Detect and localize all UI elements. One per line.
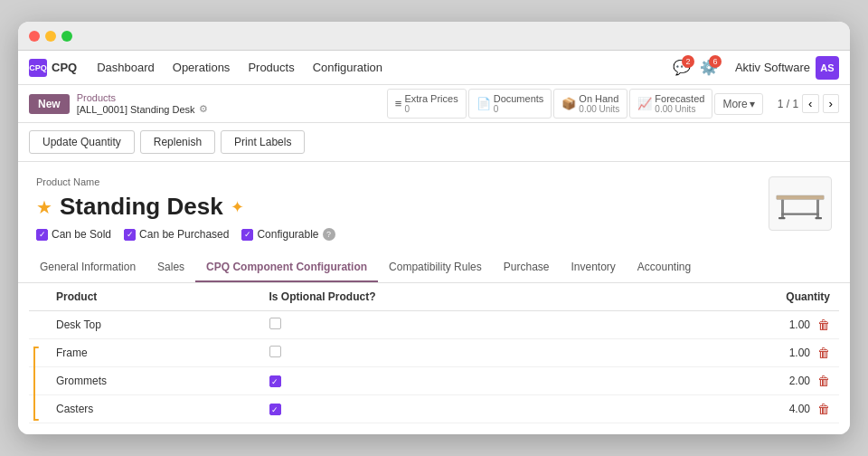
close-button[interactable] [29,31,40,42]
prev-page-btn[interactable]: ‹ [802,94,818,113]
tab-purchase[interactable]: Purchase [493,253,561,282]
chart-icon: 📈 [637,97,652,110]
table-row: Grommets ✓ 2.00 🗑 [29,367,839,395]
tab-general[interactable]: General Information [29,253,146,282]
checkboxes-row: ✓ Can be Sold ✓ Can be Purchased ✓ Confi… [36,228,335,241]
breadcrumb: Products [ALL_0001] Standing Desk ⚙ [77,92,208,115]
print-labels-button[interactable]: Print Labels [221,130,305,154]
star-icon[interactable]: ★ [36,196,52,218]
can-be-purchased-checkbox[interactable]: ✓ [124,229,136,241]
delete-icon[interactable]: 🗑 [817,346,830,360]
breadcrumb-bar: New Products [ALL_0001] Standing Desk ⚙ … [18,85,850,123]
optional-cell [260,311,647,339]
tabs-bar: General Information Sales CPQ Component … [18,253,850,283]
tab-accounting[interactable]: Accounting [627,253,702,282]
help-icon[interactable]: ? [323,228,335,241]
configurable-label: Configurable [257,228,318,241]
extra-prices-label: Extra Prices [404,93,458,104]
document-icon: 📄 [476,97,491,110]
on-hand-btn[interactable]: 📦 On Hand 0.00 Units [553,89,627,119]
list-icon: ≡ [395,97,402,110]
notifications-count: 2 [682,55,694,68]
product-name-label: Product Name [36,176,335,187]
quantity-cell: 1.00 🗑 [646,311,839,339]
product-image [769,176,832,231]
can-be-purchased-check[interactable]: ✓ Can be Purchased [124,228,229,241]
product-title[interactable]: Standing Desk [60,193,223,221]
svg-rect-4 [778,217,786,219]
optional-checkbox[interactable] [269,346,281,357]
svg-rect-5 [816,217,823,219]
action-bar: Update Quantity Replenish Print Labels [18,123,850,162]
delete-icon[interactable]: 🗑 [817,318,830,332]
user-info[interactable]: Aktiv Software AS [735,56,839,80]
sparkle-decoration: ✦ [231,197,244,217]
nav-icons: 💬 2 ⚙️ 6 Aktiv Software AS [672,56,839,80]
delete-icon[interactable]: 🗑 [817,402,830,416]
extra-prices-btn[interactable]: ≡ Extra Prices 0 [387,89,467,119]
quantity-cell: 1.00 🗑 [646,339,839,367]
minimize-button[interactable] [45,31,56,42]
quantity-value: 2.00 [789,375,810,387]
cpq-label: CPQ [52,61,77,74]
tab-inventory[interactable]: Inventory [560,253,626,282]
product-title-row: ★ Standing Desk ✦ [36,193,335,221]
nav-dashboard[interactable]: Dashboard [88,51,164,85]
tab-sales[interactable]: Sales [146,253,195,282]
settings-badge[interactable]: ⚙️ 6 [699,58,719,78]
breadcrumb-current-text: [ALL_0001] Standing Desk [77,104,195,115]
table-row: Frame 1.00 🗑 [29,339,839,367]
breadcrumb-current: [ALL_0001] Standing Desk ⚙ [77,103,208,115]
update-quantity-button[interactable]: Update Quantity [29,130,135,154]
new-button[interactable]: New [29,94,70,114]
replenish-button[interactable]: Replenish [140,130,215,154]
breadcrumb-parent[interactable]: Products [77,92,208,103]
nav-products[interactable]: Products [239,51,303,85]
titlebar [18,22,850,51]
next-page-btn[interactable]: › [823,94,839,113]
more-button[interactable]: More ▾ [714,93,762,115]
documents-btn[interactable]: 📄 Documents 0 [468,89,552,119]
extra-prices-count: 0 [404,104,458,114]
optional-checkbox[interactable]: ✓ [269,404,281,415]
table-row: Desk Top 1.00 🗑 [29,311,839,339]
nav-configuration[interactable]: Configuration [304,51,392,85]
svg-rect-0 [777,195,825,200]
quantity-cell: 4.00 🗑 [646,395,839,423]
can-be-sold-check[interactable]: ✓ Can be Sold [36,228,111,241]
box-icon: 📦 [561,97,576,110]
configurable-checkbox[interactable]: ✓ [241,229,253,241]
product-name-cell: Grommets [47,367,260,395]
can-be-sold-label: Can be Sold [52,228,111,241]
optional-checkbox[interactable] [269,318,281,329]
bracket-svg [31,338,42,429]
configurable-check[interactable]: ✓ Configurable ? [241,228,335,241]
on-hand-label: On Hand [579,93,619,104]
user-avatar: AS [816,56,839,80]
nav-operations[interactable]: Operations [164,51,240,85]
pagination-text: 1 / 1 [778,98,798,110]
svg-rect-2 [816,200,819,219]
optional-checkbox[interactable]: ✓ [269,375,281,387]
components-table: Product Is Optional Product? Quantity De… [29,283,839,423]
pagination: 1 / 1 ‹ › [778,94,839,113]
settings-count: 6 [709,55,722,68]
desk-svg [773,181,827,226]
notifications-badge[interactable]: 💬 2 [672,58,692,78]
app-content: CPQ CPQ Dashboard Operations Products Co… [18,51,850,434]
chevron-down-icon: ▾ [750,98,755,110]
svg-rect-1 [781,200,784,219]
can-be-sold-checkbox[interactable]: ✓ [36,229,48,241]
settings-icon[interactable]: ⚙ [199,103,208,115]
cpq-logo: CPQ CPQ [29,59,77,77]
product-name-cell: Frame [47,339,260,367]
more-label: More [722,98,747,110]
forecasted-btn[interactable]: 📈 Forecasted 0.00 Units [629,89,712,119]
forecasted-label: Forecasted [655,93,704,104]
tab-compatibility[interactable]: Compatibility Rules [378,253,493,282]
delete-icon[interactable]: 🗑 [817,374,830,388]
maximize-button[interactable] [61,31,72,42]
svg-rect-3 [781,214,819,215]
tab-cpq[interactable]: CPQ Component Configuration [195,253,378,282]
app-window: CPQ CPQ Dashboard Operations Products Co… [18,22,850,434]
